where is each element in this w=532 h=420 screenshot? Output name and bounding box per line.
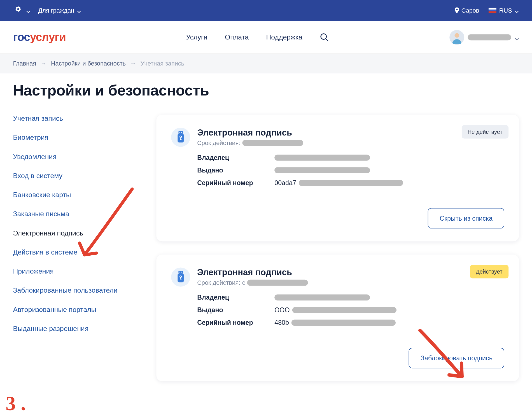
- sidebar-item-5[interactable]: Заказные письма: [13, 210, 139, 218]
- sidebar-item-7[interactable]: Действия в системе: [13, 248, 139, 256]
- page-heading: Настройки и безопасность: [0, 73, 532, 102]
- sidebar-item-10[interactable]: Авторизованные порталы: [13, 306, 139, 314]
- svg-point-2: [455, 33, 459, 37]
- row-label: Серийный номер: [197, 179, 271, 186]
- username-redacted: [468, 34, 511, 40]
- location-selector[interactable]: Саров: [454, 7, 479, 14]
- state-emblem-icon: [13, 5, 24, 16]
- chevron-down-icon: [26, 8, 31, 13]
- signature-card: Электронная подписьСрок действия: сДейст…: [156, 255, 519, 381]
- row-value: 480b: [274, 319, 396, 326]
- search-icon[interactable]: [320, 32, 329, 42]
- hide-button[interactable]: Скрыть из списка: [428, 208, 504, 228]
- russia-flag-icon: [489, 8, 497, 13]
- page-title: Настройки и безопасность: [13, 82, 519, 99]
- sidebar-item-2[interactable]: Уведомления: [13, 153, 139, 161]
- primary-nav: Услуги Оплата Поддержка: [186, 32, 329, 42]
- annotation-number: 3 .: [6, 392, 26, 415]
- settings-sidebar: Учетная записьБиометрияУведомленияВход в…: [13, 115, 139, 333]
- row-value: ООО: [274, 306, 396, 313]
- usb-token-icon: [171, 267, 190, 286]
- row-value: [274, 294, 370, 300]
- crumb-home[interactable]: Главная: [13, 60, 36, 67]
- card-title: Электронная подпись: [197, 267, 308, 277]
- sidebar-item-11[interactable]: Выданные разрешения: [13, 325, 139, 333]
- avatar-icon: [449, 30, 464, 45]
- main-content: Электронная подписьСрок действия:Не дейс…: [156, 115, 519, 381]
- chevron-down-icon: [77, 8, 81, 13]
- validity-line: Срок действия: с: [197, 279, 308, 286]
- nav-services[interactable]: Услуги: [186, 33, 207, 41]
- svg-rect-8: [178, 271, 183, 274]
- svg-rect-10: [181, 272, 182, 272]
- user-menu[interactable]: [449, 30, 519, 45]
- row-value: 00ada7: [274, 179, 403, 186]
- breadcrumb: Главная → Настройки и безопасность → Уче…: [0, 54, 532, 73]
- detail-row: Владелец: [197, 293, 504, 301]
- language-selector[interactable]: RUS: [489, 7, 519, 14]
- state-emblem-dropdown[interactable]: [13, 5, 31, 16]
- detail-row: Серийный номер480b: [197, 319, 504, 326]
- status-badge: Не действует: [461, 125, 508, 139]
- row-value: [274, 167, 370, 173]
- crumb-current: Учетная запись: [141, 60, 184, 67]
- arrow-icon: →: [41, 60, 47, 67]
- sidebar-item-8[interactable]: Приложения: [13, 267, 139, 275]
- pin-icon: [454, 7, 460, 13]
- detail-row: Выдано: [197, 166, 504, 174]
- svg-rect-4: [179, 132, 180, 133]
- svg-rect-9: [179, 272, 180, 272]
- card-title: Электронная подпись: [197, 128, 303, 138]
- city-label: Саров: [461, 7, 479, 14]
- site-logo[interactable]: госуслуги: [13, 31, 66, 44]
- row-value: [274, 154, 370, 160]
- sidebar-item-4[interactable]: Банковские карты: [13, 191, 139, 199]
- detail-row: Владелец: [197, 154, 504, 161]
- arrow-icon: →: [130, 60, 136, 67]
- row-label: Выдано: [197, 166, 271, 174]
- row-label: Владелец: [197, 293, 271, 301]
- row-label: Выдано: [197, 306, 271, 313]
- nav-payment[interactable]: Оплата: [225, 33, 249, 41]
- block-button[interactable]: Заблокировать подпись: [409, 348, 504, 368]
- validity-line: Срок действия:: [197, 139, 303, 146]
- sidebar-item-0[interactable]: Учетная запись: [13, 115, 139, 122]
- svg-point-0: [17, 8, 19, 10]
- chevron-down-icon: [515, 8, 519, 13]
- status-badge: Действует: [470, 265, 508, 278]
- audience-dropdown[interactable]: Для граждан: [38, 7, 81, 14]
- sidebar-item-6[interactable]: Электронная подпись: [13, 229, 139, 237]
- usb-token-icon: [171, 128, 190, 147]
- nav-support[interactable]: Поддержка: [266, 33, 302, 41]
- crumb-settings[interactable]: Настройки и безопасность: [51, 60, 126, 67]
- sidebar-item-3[interactable]: Вход в систему: [13, 172, 139, 180]
- chevron-down-icon: [515, 35, 519, 39]
- sidebar-item-9[interactable]: Заблокированные пользователи: [13, 287, 139, 295]
- svg-rect-3: [178, 131, 183, 134]
- row-label: Серийный номер: [197, 319, 271, 326]
- detail-row: ВыданоООО: [197, 306, 504, 313]
- topbar: Для граждан Саров RUS: [0, 0, 532, 21]
- header: госуслуги Услуги Оплата Поддержка: [0, 21, 532, 54]
- detail-row: Серийный номер00ada7: [197, 179, 504, 186]
- row-label: Владелец: [197, 154, 271, 161]
- audience-label: Для граждан: [38, 7, 74, 14]
- svg-rect-5: [181, 132, 182, 133]
- signature-card: Электронная подписьСрок действия:Не дейс…: [156, 115, 519, 241]
- svg-point-1: [321, 34, 326, 39]
- sidebar-item-1[interactable]: Биометрия: [13, 134, 139, 142]
- lang-label: RUS: [499, 7, 512, 14]
